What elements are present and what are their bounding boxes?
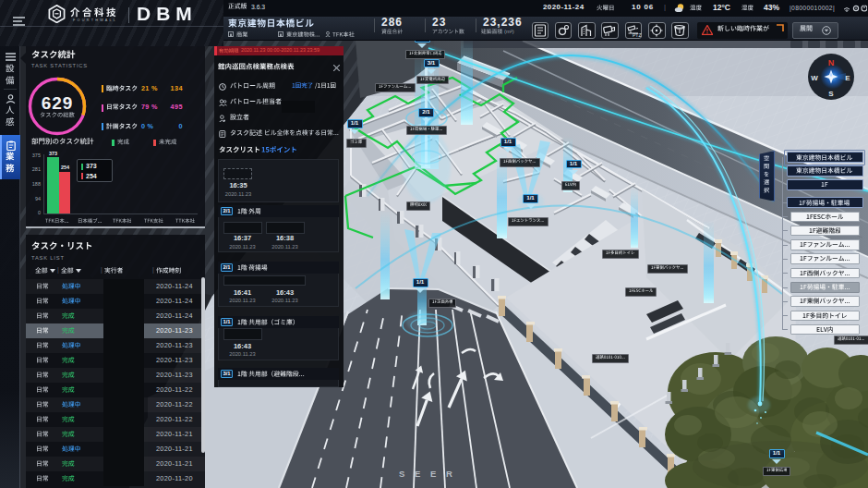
svg-text:PTZ: PTZ bbox=[633, 31, 641, 37]
svg-text:S: S bbox=[828, 90, 834, 98]
svg-text:E: E bbox=[845, 74, 850, 82]
svg-text:W: W bbox=[811, 74, 818, 82]
svg-text:N: N bbox=[828, 58, 835, 67]
